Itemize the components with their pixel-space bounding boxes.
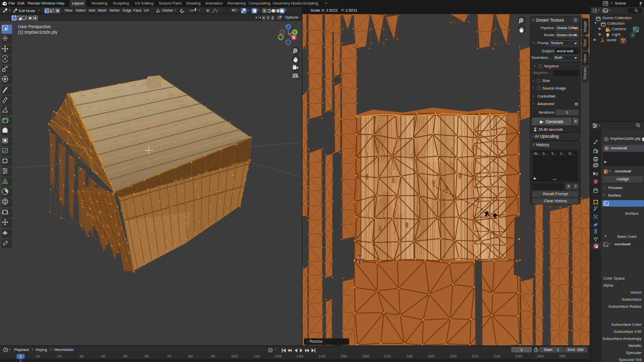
svg-text:Y: Y — [293, 30, 296, 35]
svg-text:Z: Z — [287, 25, 290, 29]
svg-text:X: X — [292, 35, 295, 40]
